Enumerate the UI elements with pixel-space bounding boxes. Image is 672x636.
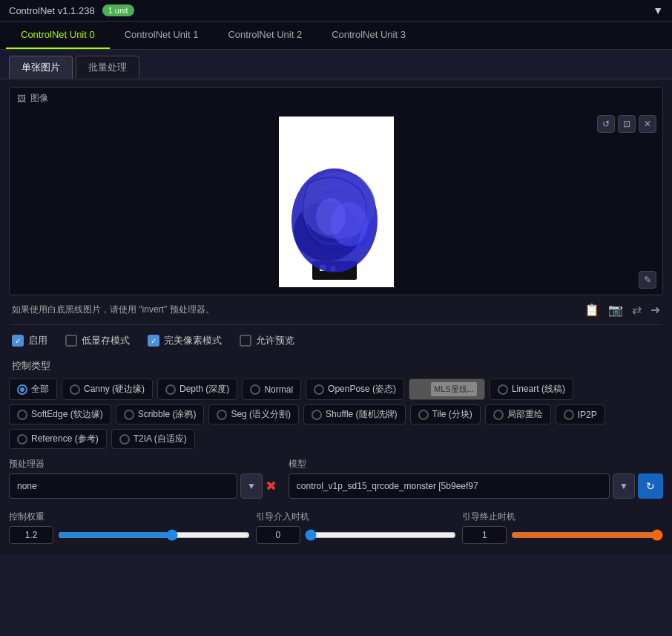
radio-label-normal: Normal — [264, 384, 293, 395]
slider-guidance-end-input[interactable] — [511, 529, 663, 541]
radio-label-all: 全部 — [31, 383, 49, 396]
radio-lineart[interactable]: Lineart (线稿) — [490, 378, 573, 400]
model-select[interactable]: control_v1p_sd15_qrcode_monster [5b9eef9… — [289, 473, 610, 499]
radio-local-redraw[interactable]: 局部重绘 — [485, 404, 551, 424]
radio-reference[interactable]: Reference (参考) — [9, 429, 107, 449]
checkbox-low-vram-box[interactable] — [65, 335, 77, 347]
radio-canny[interactable]: Canny (硬边缘) — [62, 378, 153, 400]
svg-point-9 — [316, 198, 346, 235]
radio-label-scribble: Scribble (涂鸦) — [138, 408, 197, 421]
slider-guidance-start-track-wrap — [305, 528, 457, 542]
tab-unit3[interactable]: ControlNet Unit 3 — [317, 22, 421, 49]
slider-weight-value[interactable]: 1.2 — [9, 526, 53, 544]
radio-label-tile: Tile (分块) — [432, 408, 472, 421]
slider-guidance-start-label: 引导介入时机 — [256, 511, 457, 523]
hint-text: 如果使用白底黑线图片，请使用 "invert" 预处理器。 — [12, 304, 214, 316]
checkbox-enable[interactable]: 启用 — [12, 334, 47, 347]
radio-t2ia[interactable]: T2IA (自适应) — [111, 429, 195, 449]
image-area-icon: 🖼 — [17, 94, 26, 104]
checkbox-enable-box[interactable] — [12, 335, 24, 347]
control-type-grid: 全部 Canny (硬边缘) Depth (深度) Normal OpenPos… — [9, 376, 663, 452]
checkbox-allow-preview-box[interactable] — [240, 335, 251, 347]
clipboard-icon[interactable]: 📋 — [584, 303, 599, 317]
slider-guidance-end-group: 引导终止时机 1 — [462, 511, 663, 544]
slider-weight-track-wrap — [58, 528, 250, 542]
main-tabs: ControlNet Unit 0 ControlNet Unit 1 Cont… — [0, 22, 672, 50]
radio-label-mls: MLS显线... — [431, 382, 477, 396]
slider-weight-label: 控制权重 — [9, 511, 250, 523]
slider-guidance-start-wrapper: 0 — [256, 526, 457, 544]
radio-normal[interactable]: Normal — [242, 378, 301, 400]
edit-button[interactable]: ✎ — [639, 271, 656, 289]
radio-dot-ip2p — [564, 410, 574, 420]
radio-softedge[interactable]: SoftEdge (软边缘) — [9, 404, 111, 424]
image-area: 🖼 图像 — [9, 87, 663, 295]
crop-button[interactable]: ⊡ — [618, 115, 636, 133]
app-title: ControlNet v1.1.238 — [9, 5, 95, 16]
selects-row: 预处理器 none ▼ ✖ 模型 control_v1p_sd15_qrcode… — [9, 452, 663, 505]
model-select-wrap: control_v1p_sd15_qrcode_monster [5b9eef9… — [289, 473, 610, 499]
swap-icon[interactable]: ⇄ — [632, 303, 642, 317]
image-content-svg — [279, 117, 394, 287]
slider-guidance-start-group: 引导介入时机 0 — [256, 511, 457, 544]
radio-label-reference: Reference (参考) — [31, 433, 99, 445]
refresh-model-button[interactable]: ↻ — [638, 473, 663, 499]
radio-tile[interactable]: Tile (分块) — [410, 404, 481, 424]
radio-dot-shuffle — [312, 410, 322, 420]
slider-guidance-end-value[interactable]: 1 — [462, 526, 507, 544]
hint-icons: 📋 📷 ⇄ ➜ — [584, 303, 660, 317]
radio-label-t2ia: T2IA (自适应) — [134, 433, 187, 445]
model-label: 模型 — [289, 458, 663, 471]
tab-unit0[interactable]: ControlNet Unit 0 — [6, 22, 110, 49]
radio-seg[interactable]: Seg (语义分割) — [208, 404, 299, 424]
uploaded-image — [279, 117, 394, 287]
slider-weight-group: 控制权重 1.2 — [9, 511, 250, 544]
radio-dot-all — [17, 384, 27, 395]
sub-tab-single[interactable]: 单张图片 — [9, 56, 73, 79]
slider-guidance-start-value[interactable]: 0 — [256, 526, 300, 544]
send-icon[interactable]: ➜ — [650, 303, 660, 317]
radio-dot-normal — [250, 384, 260, 395]
preprocessor-wrapper: none ▼ ✖ — [9, 473, 277, 499]
radio-dot-lineart — [498, 384, 508, 395]
preprocessor-dropdown-btn[interactable]: ▼ — [240, 473, 263, 499]
checkbox-allow-preview[interactable]: 允许预览 — [240, 334, 294, 347]
sub-tabs: 单张图片 批量处理 — [0, 50, 672, 79]
radio-scribble[interactable]: Scribble (涂鸦) — [116, 404, 205, 424]
camera-icon[interactable]: 📷 — [608, 303, 623, 317]
preprocessor-select-wrap: none — [9, 473, 237, 499]
error-icon[interactable]: ✖ — [266, 478, 277, 494]
tab-unit2[interactable]: ControlNet Unit 2 — [213, 22, 317, 49]
radio-label-seg: Seg (语义分割) — [231, 408, 291, 421]
sliders-row: 控制权重 1.2 引导介入时机 0 引导终止时机 1 — [9, 505, 663, 547]
radio-ip2p[interactable]: IP2P — [556, 404, 605, 424]
radio-depth[interactable]: Depth (深度) — [157, 378, 237, 400]
radio-shuffle[interactable]: Shuffle (随机洗牌) — [303, 404, 405, 424]
title-dropdown-arrow[interactable]: ▼ — [653, 4, 663, 16]
slider-weight-input[interactable] — [58, 529, 250, 541]
radio-dot-canny — [70, 384, 80, 395]
model-dropdown-btn[interactable]: ▼ — [613, 473, 635, 499]
checkbox-pixel-perfect[interactable]: 完美像素模式 — [148, 334, 222, 347]
hint-row: 如果使用白底黑线图片，请使用 "invert" 预处理器。 📋 📷 ⇄ ➜ — [9, 295, 663, 321]
radio-dot-openpose — [314, 384, 324, 395]
image-controls-bottom: ✎ — [639, 271, 656, 289]
slider-weight-wrapper: 1.2 — [9, 526, 250, 544]
radio-label-softedge: SoftEdge (软边缘) — [31, 408, 103, 421]
preprocessor-label: 预处理器 — [9, 458, 277, 471]
image-area-label: 图像 — [30, 92, 48, 105]
tab-unit1[interactable]: ControlNet Unit 1 — [110, 22, 214, 49]
radio-openpose[interactable]: OpenPose (姿态) — [306, 378, 404, 400]
undo-button[interactable]: ↺ — [597, 115, 615, 133]
slider-guidance-start-input[interactable] — [305, 529, 457, 541]
image-display[interactable]: ↺ ⊡ ✕ ✎ — [10, 109, 662, 295]
preprocessor-select[interactable]: none — [9, 473, 237, 499]
sub-tab-batch[interactable]: 批量处理 — [76, 56, 139, 79]
close-image-button[interactable]: ✕ — [639, 115, 656, 133]
radio-mls[interactable]: MLS显线... — [409, 378, 485, 400]
checkbox-low-vram[interactable]: 低显存模式 — [65, 334, 130, 347]
radio-all[interactable]: 全部 — [9, 378, 57, 400]
preprocessor-group: 预处理器 none ▼ ✖ — [9, 458, 277, 499]
checkbox-allow-preview-label: 允许预览 — [256, 334, 294, 347]
checkbox-pixel-perfect-box[interactable] — [148, 335, 159, 347]
